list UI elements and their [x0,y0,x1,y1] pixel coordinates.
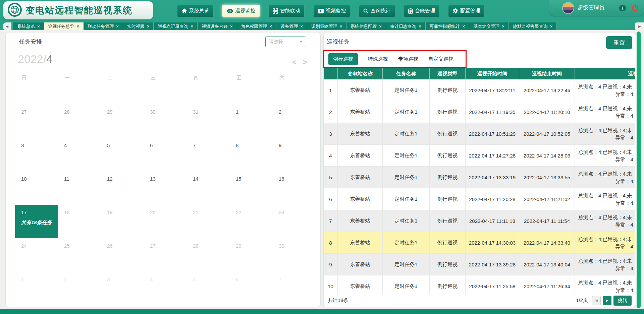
calendar-day-1[interactable]: 1 [230,104,273,138]
close-icon[interactable]: × [37,24,40,29]
tab-巡视任务总览[interactable]: 巡视任务总览× [44,22,84,30]
tab-识别策略管理[interactable]: 识别策略管理× [307,22,347,30]
table-row-7[interactable]: 7东善桥站定时任务1例行巡视2022-04-17 11:11:182022-04… [324,210,635,232]
calendar-day-22[interactable]: 22 [230,205,273,238]
table-row-1[interactable]: 1东善桥站定时任务1例行巡视2022-04-17 13:22:112022-04… [324,79,635,101]
calendar-day-4[interactable]: 4 [58,138,101,171]
calendar-day-27[interactable]: 27 [144,238,187,272]
calendar-day-28[interactable]: 28 [187,238,230,272]
close-icon[interactable]: × [270,24,272,29]
close-icon[interactable]: × [419,24,421,29]
nav-巡视监控[interactable]: 巡视监控 [222,5,260,17]
type-tab-自定义巡视[interactable]: 自定义巡视 [428,56,453,62]
calendar-day-3[interactable]: 3 [15,138,58,171]
close-icon[interactable]: × [230,24,233,29]
tab-角色权限管理[interactable]: 角色权限管理× [237,22,277,30]
calendar-day-12[interactable]: 12 [101,171,144,205]
calendar-day-7[interactable]: 7 [273,272,316,305]
calendar-day-8[interactable]: 8 [230,138,273,171]
info-icon[interactable]: i [619,4,626,12]
nav-智能联动[interactable]: 智能联动 [268,5,305,17]
close-icon[interactable]: × [300,24,303,29]
nav-配置管理[interactable]: 配置管理 [448,5,485,17]
calendar-day-27[interactable]: 27 [15,104,58,138]
power-icon[interactable] [631,4,639,12]
tab-设备管理[interactable]: 设备管理× [276,22,307,30]
close-icon[interactable]: × [379,24,382,29]
calendar-next-icon[interactable]: > [303,58,307,67]
calendar-day-16[interactable]: 16 [273,171,316,205]
table-row-5[interactable]: 5东善桥站定时任务1例行巡视2022-04-17 13:33:192022-04… [324,167,635,188]
calendar-day-3[interactable]: 3 [101,272,144,305]
calendar-day-6[interactable]: 6 [144,138,187,171]
tab-实时视频[interactable]: 实时视频× [123,22,154,30]
tab-系统信息配置[interactable]: 系统信息配置× [346,22,386,30]
tab-静默监视告警查询[interactable]: 静默监视告警查询× [509,22,557,30]
nav-视频监控[interactable]: 视频监控 [313,5,350,17]
calendar-day-6[interactable]: 6 [230,272,273,305]
table-row-2[interactable]: 2东善桥站定时任务1例行巡视2022-04-17 11:19:352022-04… [324,101,635,123]
table-row-4[interactable]: 4东善桥站定时任务1例行巡视2022-04-17 14:27:282022-04… [324,145,635,167]
table-row-8[interactable]: 8东善桥站定时任务1例行巡视2022-04-17 14:30:032022-04… [324,232,635,254]
calendar-day-26[interactable]: 26 [101,238,144,272]
calendar-day-21[interactable]: 21 [187,205,230,238]
calendar-day-7[interactable]: 7 [187,138,230,171]
calendar-day-11[interactable]: 11 [58,171,101,205]
type-tab-特殊巡视[interactable]: 特殊巡视 [368,56,388,62]
calendar-day-9[interactable]: 9 [273,138,316,171]
calendar-prev-icon[interactable]: < [292,58,297,67]
tab-联动任务管理[interactable]: 联动任务管理× [84,22,123,30]
tab-可靠性指标统计[interactable]: 可靠性指标统计× [426,22,470,30]
type-tab-专项巡视[interactable]: 专项巡视 [398,56,418,62]
nav-查询统计[interactable]: 查询统计 [359,5,395,17]
calendar-day-1[interactable]: 1 [15,272,58,305]
avatar[interactable] [562,2,574,14]
calendar-day-29[interactable]: 29 [101,104,144,138]
tab-scroll-right-button[interactable]: ▶ [635,22,644,30]
close-icon[interactable]: × [77,24,79,29]
calendar-day-31[interactable]: 31 [187,104,230,138]
calendar-day-10[interactable]: 10 [15,171,58,205]
calendar-day-30[interactable]: 30 [273,238,316,272]
calendar-day-17[interactable]: 17共有18条任务 [15,205,58,238]
prev-page-button[interactable]: ◀ [592,296,601,305]
close-icon[interactable]: × [116,24,119,29]
tab-scroll-left-button[interactable]: ◀ [3,22,11,30]
calendar-day-15[interactable]: 15 [230,171,273,205]
next-page-button[interactable]: ▶ [603,296,611,305]
calendar-day-29[interactable]: 29 [230,238,273,272]
calendar-day-19[interactable]: 19 [101,205,144,238]
calendar-day-4[interactable]: 4 [144,272,187,305]
nav-台账管理[interactable]: 台账管理 [404,5,439,17]
calendar-day-14[interactable]: 14 [187,171,230,205]
calendar-day-25[interactable]: 25 [58,238,101,272]
close-icon[interactable]: × [502,24,504,29]
schedule-filter-select[interactable]: 请选择 ▼ [265,37,306,47]
type-tab-例行巡视[interactable]: 例行巡视 [328,53,358,65]
table-row-9[interactable]: 9东善桥站定时任务1例行巡视2022-04-17 13:39:282022-04… [324,254,635,275]
tab-巡视点记录查询[interactable]: 巡视点记录查询× [154,22,198,30]
table-row-6[interactable]: 6东善桥站定时任务1例行巡视2022-04-17 11:20:282022-04… [324,188,635,210]
calendar-day-13[interactable]: 13 [144,171,187,205]
calendar-day-30[interactable]: 30 [144,104,187,138]
close-icon[interactable]: × [147,24,150,29]
tab-审计日志查询[interactable]: 审计日志查询× [386,22,426,30]
calendar-day-2[interactable]: 2 [58,272,101,305]
close-icon[interactable]: × [550,24,553,29]
calendar-day-2[interactable]: 2 [273,104,316,138]
calendar-day-24[interactable]: 24 [15,238,58,272]
close-icon[interactable]: × [463,24,465,29]
jump-button[interactable]: 跳转 [613,296,632,306]
nav-系统总览[interactable]: 系统总览 [177,5,214,17]
calendar-day-18[interactable]: 18 [58,205,101,238]
vertical-scrollbar[interactable] [637,32,641,308]
close-icon[interactable]: × [191,24,193,29]
calendar-day-5[interactable]: 5 [187,272,230,305]
close-icon[interactable]: × [340,24,342,29]
calendar-day-20[interactable]: 20 [144,205,187,238]
reset-button[interactable]: 重置 [606,36,632,49]
table-row-10[interactable]: 10东善桥站定时任务1例行巡视2022-04-17 11:25:582022-0… [324,275,635,295]
table-row-3[interactable]: 3东善桥站定时任务1例行巡视2022-04-17 10:51:292022-04… [324,123,635,145]
calendar-day-28[interactable]: 28 [58,104,101,138]
tab-系统总览[interactable]: 系统总览× [13,22,44,30]
